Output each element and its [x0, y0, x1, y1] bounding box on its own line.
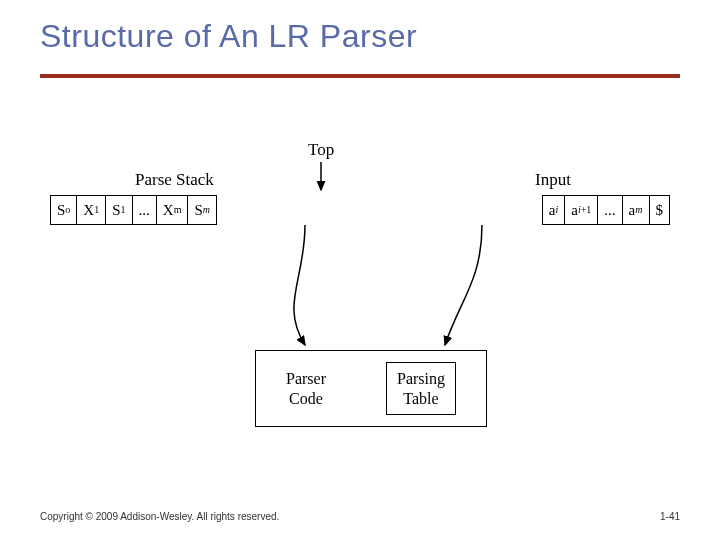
stack-cell: Xm [156, 196, 189, 224]
input-cell: $ [649, 196, 671, 224]
input-cell: ai+1 [564, 196, 598, 224]
input-cell: am [622, 196, 650, 224]
stack-cell: ... [132, 196, 157, 224]
parse-stack-label: Parse Stack [135, 170, 214, 190]
parser-box: ParserCode ParsingTable [255, 350, 487, 427]
parsing-table-label: ParsingTable [386, 362, 456, 414]
stack-cell: Sm [187, 196, 217, 224]
parser-code-label: ParserCode [286, 369, 326, 407]
page-number: 1-41 [660, 511, 680, 522]
stack-cell: So [50, 196, 77, 224]
top-label: Top [308, 140, 334, 160]
arrow-stack-to-parser [294, 225, 305, 345]
parse-stack-strip: SoX1S1...XmSm [50, 195, 217, 225]
stack-cell: S1 [105, 196, 132, 224]
slide: Structure of An LR Parser Parse Stack To… [0, 0, 720, 540]
lr-parser-diagram: Parse Stack Top Input SoX1S1...XmSm aiai… [50, 140, 670, 460]
stack-cell: X1 [76, 196, 106, 224]
copyright-footer: Copyright © 2009 Addison-Wesley. All rig… [40, 511, 279, 522]
arrow-input-to-parser [445, 225, 482, 345]
input-strip: aiai+1...am$ [542, 195, 670, 225]
input-cell: ai [542, 196, 565, 224]
input-label: Input [535, 170, 571, 190]
slide-title: Structure of An LR Parser [40, 18, 417, 55]
input-cell: ... [597, 196, 622, 224]
title-underline [40, 74, 680, 78]
